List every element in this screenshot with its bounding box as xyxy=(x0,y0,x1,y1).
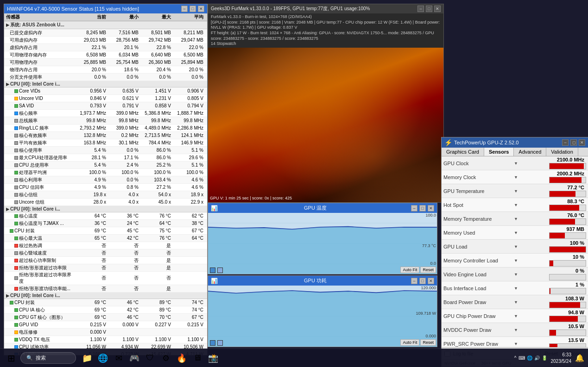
tray-battery[interactable]: 🔋 xyxy=(542,355,547,361)
gpuz-row-label: Hot Spot xyxy=(443,202,513,208)
gpuz-bar xyxy=(550,316,578,322)
hwinfo-close[interactable]: ✕ xyxy=(198,6,204,12)
gpuz-tab-validation[interactable]: Validation xyxy=(546,148,578,156)
gpu-power-window: 📊 GPU 功耗 – □ ✕ 120.000 109.718 W 0.000 A… xyxy=(208,275,437,347)
gpu-temp-minimize[interactable]: – xyxy=(411,205,417,211)
taskbar-pinned-apps: 📁 🌐 ✉ 🎮 🛡 ⚙ 🔥 🖥 📸 xyxy=(80,351,221,366)
hwinfo-title: HWiNFO64 v7.40-5000 Sensor Status [115 v… xyxy=(7,6,139,12)
hw-section-3[interactable]: ▶ CPU [#0]: Intel Core i... xyxy=(4,292,207,299)
gpuz-tab-graphics-card[interactable]: Graphics Card xyxy=(442,148,484,156)
hw-section-1[interactable]: ▶ CPU [#0]: Intel Core i... xyxy=(4,81,207,87)
tray-chevron[interactable]: ^ xyxy=(514,355,517,361)
table-row: 核心温度与 TJMAX ... 36 °C 24 °C 64 °C 38 °C xyxy=(4,220,207,227)
gpu-power-icon: 📊 xyxy=(211,278,218,284)
tray-keyboard[interactable]: ⌨ xyxy=(518,355,525,361)
power-legend-box-2[interactable] xyxy=(217,340,223,346)
hwinfo-titlebar: HWiNFO64 v7.40-5000 Sensor Status [115 v… xyxy=(4,4,207,13)
table-row: 可用虚拟内存 29,013 MB 28,756 MB 29,742 MB 29,… xyxy=(4,37,207,44)
gpuz-bar xyxy=(550,247,586,252)
chart-power-min: 0.000 xyxy=(425,334,436,338)
taskbar-app4[interactable]: 🔥 xyxy=(174,351,189,366)
furmark-info-line: FurMark v1.33.0 - Burn-in test, 1024×768… xyxy=(211,14,441,20)
gpu-temp-close[interactable]: ✕ xyxy=(428,205,434,211)
notification-bell[interactable]: 🔔 xyxy=(575,354,584,362)
gpuz-row-arrow: ▼ xyxy=(513,328,549,332)
gpuz-bar-container xyxy=(549,274,586,280)
gpuz-sensor-row: Memory Clock ▼ 2000.2 MHz xyxy=(442,170,588,184)
gpuz-bar-container xyxy=(549,177,586,183)
gpuz-close-x[interactable]: ✕ xyxy=(579,139,585,146)
table-row: 核心有效频率 132.8 MHz 0.2 MHz 2,713.5 MHz 124… xyxy=(4,132,207,139)
table-row: 电压修修 0.000 V xyxy=(4,329,207,336)
gpuz-row-arrow: ▼ xyxy=(513,217,549,221)
gpuz-sensor-row: PWR_SRC Power Draw ▼ 13.5 W xyxy=(442,337,588,347)
hw-section-2[interactable]: ▶ CPU [#0]: Intel Core i... xyxy=(4,206,207,212)
legend-box-2[interactable] xyxy=(217,267,223,273)
furmark-bottom-text: GPU V: 1 min 25 sec | score: 0x | score:… xyxy=(210,196,292,200)
gpu-power-minimize[interactable]: – xyxy=(411,278,417,284)
legend-box-1[interactable] xyxy=(210,267,215,273)
hwinfo-controls: – □ ✕ xyxy=(181,6,204,12)
gpu-temp-restore[interactable]: □ xyxy=(419,205,426,211)
gpuz-row-arrow: ▼ xyxy=(513,286,549,291)
gpuz-iconify[interactable]: ◻ xyxy=(570,139,577,146)
gpuz-row-arrow: ▼ xyxy=(513,258,549,263)
gpuz-rows-container: GPU Clock ▼ 2100.0 MHz Memory Clock ▼ 20… xyxy=(442,156,588,347)
gpuz-tab-sensors[interactable]: Sensors xyxy=(484,148,514,156)
taskbar-mail[interactable]: ✉ xyxy=(111,351,126,366)
taskbar: ⊞ 🔍 搜索 📁 🌐 ✉ 🎮 🛡 ⚙ 🔥 🖥 📸 ^ ⌨ 🌐 🔊 🔋 6:33 … xyxy=(0,348,588,367)
taskbar-app2[interactable]: 🛡 xyxy=(143,351,158,366)
furmark-restore[interactable]: □ xyxy=(426,6,432,12)
taskbar-edge[interactable]: 🌐 xyxy=(95,351,110,366)
table-row: 可用物理存储内存 6,508 MB 6,034 MB 6,640 MB 6,50… xyxy=(4,51,207,59)
gpuz-row-label: Bus Interface Load xyxy=(443,286,513,291)
chart-temp-autofit[interactable]: Auto Fit xyxy=(400,267,419,273)
furmark-canvas: GPU V: 1 min 25 sec | score: 0x | score:… xyxy=(208,48,443,202)
gpu-power-controls: – □ ✕ xyxy=(411,278,434,284)
taskbar-search-box[interactable]: 🔍 搜索 xyxy=(20,352,76,364)
chart-power-autofit[interactable]: Auto Fit xyxy=(400,339,419,346)
taskbar-app6[interactable]: 📸 xyxy=(206,351,221,366)
gpuz-bar-container xyxy=(549,330,586,336)
hwinfo-minimize[interactable]: – xyxy=(181,6,188,12)
hw-section-0[interactable]: ▶ 系统: ASUS Zenbook U... xyxy=(4,21,207,29)
tray-network[interactable]: 🌐 xyxy=(527,355,532,361)
chart-temp-reset[interactable]: Reset xyxy=(420,267,436,273)
search-icon: 🔍 xyxy=(26,355,33,361)
power-legend-box-1[interactable] xyxy=(210,340,215,346)
col-min: 最小 xyxy=(108,14,140,20)
table-row: 总线频率 99.8 MHz 99.8 MHz 99.8 MHz 99.8 MHz xyxy=(4,117,207,124)
hwinfo-restore[interactable]: □ xyxy=(190,6,196,12)
gpuz-row-label: Video Engine Load xyxy=(443,272,513,277)
chart-temp-buttons: Auto Fit Reset xyxy=(400,267,436,273)
chart-power-reset-btn[interactable]: Reset xyxy=(420,339,436,346)
svg-marker-9 xyxy=(208,291,437,347)
table-row: 最大CPU/处理器使用率 28.1 % 17.1 % 86.0 % 29.6 % xyxy=(4,154,207,162)
taskbar-app5[interactable]: 🖥 xyxy=(190,351,205,366)
table-row: CPU 封装 69 °C 46 °C 89 °C 74 °C xyxy=(4,299,207,306)
tray-volume[interactable]: 🔊 xyxy=(534,355,540,361)
taskbar-clock[interactable]: 6:33 2023/5/24 xyxy=(551,352,572,365)
gpu-power-restore[interactable]: □ xyxy=(419,278,426,284)
gpu-power-close[interactable]: ✕ xyxy=(428,278,434,284)
gpuz-sensor-row: MVDDC Power Draw ▼ 10.5 W xyxy=(442,323,588,337)
taskbar-app3[interactable]: ⚙ xyxy=(158,351,173,366)
gpuz-bar-container xyxy=(549,191,586,197)
hwinfo-window: HWiNFO64 v7.40-5000 Sensor Status [115 v… xyxy=(4,4,208,355)
hwinfo-table-body: ▶ 系统: ASUS Zenbook U... 已提交虚拟内存 8,245 MB… xyxy=(4,21,207,355)
table-row: 拒绝/形形渡超过功率限 否 否 是 xyxy=(4,264,207,272)
furmark-close[interactable]: ✕ xyxy=(434,6,441,12)
start-button[interactable]: ⊞ xyxy=(4,351,19,366)
chart-power-buttons: Auto Fit Reset xyxy=(400,339,436,346)
gpuz-row-arrow: ▼ xyxy=(513,342,549,346)
taskbar-file-explorer[interactable]: 📁 xyxy=(80,351,95,366)
table-row: 超过核心功率限制 否 否 是 xyxy=(4,257,207,264)
gpuz-bar-container xyxy=(549,218,586,225)
table-row: VDDQ TX 电压 1.100 V 1.100 V 1.100 V 1.100… xyxy=(4,336,207,343)
taskbar-app1[interactable]: 🎮 xyxy=(127,351,142,366)
gpuz-tab-advanced[interactable]: Advanced xyxy=(514,148,546,156)
gpuz-window: ⚡ TechPowerUp GPU-Z 2.52.0 – ◻ ✕ Graphic… xyxy=(441,137,588,367)
furmark-controls: – □ ✕ xyxy=(417,6,441,12)
furmark-minimize[interactable]: – xyxy=(417,6,424,12)
gpuz-minimize[interactable]: – xyxy=(562,139,569,146)
